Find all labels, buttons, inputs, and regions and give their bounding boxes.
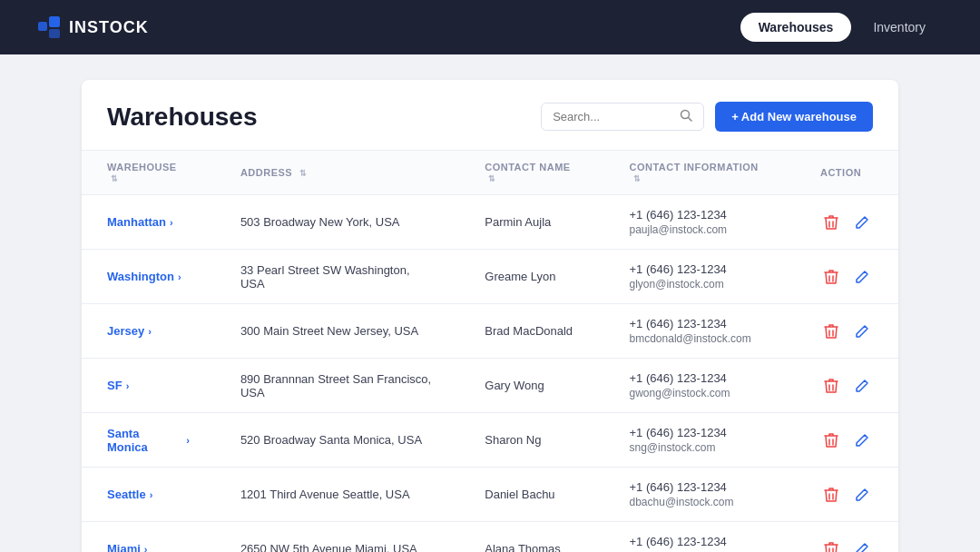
warehouse-link-miami[interactable]: Miami › [107, 542, 190, 552]
delete-button-santa-monica[interactable] [820, 429, 842, 452]
cell-address-jersey: 300 Main Street New Jersey, USA [215, 304, 459, 359]
email-manhattan: paujla@instock.com [630, 223, 769, 236]
delete-button-miami[interactable] [820, 537, 842, 553]
cell-contact-name-manhattan: Parmin Aujla [459, 195, 603, 250]
cell-contact-info-sf: +1 (646) 123-1234 gwong@instock.com [604, 359, 795, 413]
table-wrapper: WAREHOUSE ⇅ ADDRESS ⇅ CONTACT NAME ⇅ C [82, 150, 898, 552]
page-title: Warehouses [107, 103, 257, 132]
page-card: Warehouses + Add New warehouse [82, 80, 898, 552]
cell-warehouse-sf: SF › [82, 359, 215, 413]
brand: INSTOCK [36, 15, 149, 40]
nav-warehouses[interactable]: Warehouses [740, 13, 852, 42]
cell-address-seattle: 1201 Third Avenue Seattle, USA [215, 468, 459, 522]
table-body: Manhattan › 503 Broadway New York, USA P… [82, 195, 898, 553]
brand-logo-icon [36, 15, 62, 40]
nav-inventory[interactable]: Inventory [855, 13, 944, 42]
phone-washington: +1 (646) 123-1234 [630, 262, 769, 276]
header-actions: + Add New warehouse [541, 102, 873, 132]
svg-rect-0 [38, 22, 47, 31]
phone-manhattan: +1 (646) 123-1234 [630, 208, 769, 222]
cell-action-seattle [795, 468, 898, 522]
col-contact-info: CONTACT INFORMATION ⇅ [604, 151, 795, 195]
delete-button-manhattan[interactable] [820, 211, 842, 234]
cell-contact-name-sf: Gary Wong [459, 359, 603, 413]
phone-seattle: +1 (646) 123-1234 [630, 480, 769, 494]
edit-button-washington[interactable] [851, 266, 873, 288]
search-box [541, 103, 704, 131]
table-header: WAREHOUSE ⇅ ADDRESS ⇅ CONTACT NAME ⇅ C [82, 151, 898, 195]
delete-button-washington[interactable] [820, 265, 842, 289]
warehouse-link-seattle[interactable]: Seattle › [107, 488, 190, 501]
delete-button-jersey[interactable] [820, 320, 842, 343]
sort-icon-contact-name[interactable]: ⇅ [488, 174, 496, 183]
delete-button-seattle[interactable] [820, 483, 842, 507]
table-row: Santa Monica › 520 Broadway Santa Monica… [82, 413, 898, 468]
add-warehouse-button[interactable]: + Add New warehouse [715, 102, 873, 132]
cell-warehouse-jersey: Jersey › [82, 304, 215, 359]
sort-icon-contact-info[interactable]: ⇅ [633, 174, 642, 183]
cell-contact-name-seattle: Daniel Bachu [459, 468, 603, 522]
cell-action-manhattan [795, 195, 898, 250]
warehouse-link-sf[interactable]: SF › [107, 379, 190, 392]
email-seattle: dbachu@instock.com [630, 496, 769, 508]
warehouse-link-santa-monica[interactable]: Santa Monica › [107, 427, 190, 454]
delete-button-sf[interactable] [820, 374, 842, 398]
edit-button-santa-monica[interactable] [851, 429, 873, 451]
chevron-right-icon: › [150, 489, 153, 500]
col-warehouse: WAREHOUSE ⇅ [82, 151, 215, 195]
table-row: Miami › 2650 NW 5th Avenue Miami, USA Al… [82, 522, 898, 553]
phone-jersey: +1 (646) 123-1234 [630, 317, 769, 330]
svg-rect-1 [49, 16, 60, 27]
chevron-right-icon: › [126, 380, 130, 391]
brand-name: INSTOCK [69, 18, 149, 37]
svg-line-4 [689, 118, 692, 122]
cell-action-santa-monica [795, 413, 898, 468]
edit-button-sf[interactable] [851, 375, 873, 397]
chevron-right-icon: › [144, 544, 148, 553]
col-action: ACTION [795, 151, 898, 195]
chevron-right-icon: › [170, 217, 173, 228]
table-row: Manhattan › 503 Broadway New York, USA P… [82, 195, 898, 250]
warehouse-link-washington[interactable]: Washington › [107, 270, 190, 283]
cell-warehouse-miami: Miami › [82, 522, 215, 553]
col-contact-name: CONTACT NAME ⇅ [459, 151, 603, 195]
sort-icon-address[interactable]: ⇅ [299, 169, 308, 178]
phone-sf: +1 (646) 123-1234 [630, 371, 769, 385]
email-washington: glyon@instock.com [630, 278, 769, 291]
edit-button-jersey[interactable] [851, 320, 873, 342]
edit-button-seattle[interactable] [851, 484, 873, 506]
nav-links: Warehouses Inventory [740, 13, 944, 42]
email-santa-monica: sng@instock.com [630, 441, 769, 454]
cell-contact-name-washington: Greame Lyon [459, 250, 603, 304]
table-row: Washington › 33 Pearl Street SW Washingt… [82, 250, 898, 304]
cell-warehouse-seattle: Seattle › [82, 468, 215, 522]
edit-button-miami[interactable] [851, 538, 873, 553]
main-content: Warehouses + Add New warehouse [0, 54, 980, 552]
cell-contact-info-seattle: +1 (646) 123-1234 dbachu@instock.com [604, 468, 795, 522]
cell-contact-info-manhattan: +1 (646) 123-1234 paujla@instock.com [604, 195, 795, 250]
search-icon [680, 109, 692, 124]
cell-contact-info-santa-monica: +1 (646) 123-1234 sng@instock.com [604, 413, 795, 468]
phone-santa-monica: +1 (646) 123-1234 [630, 426, 769, 439]
warehouse-link-manhattan[interactable]: Manhattan › [107, 215, 190, 229]
cell-contact-info-miami: +1 (646) 123-1234 athomas@instock.com [604, 522, 795, 553]
chevron-right-icon: › [186, 435, 190, 446]
sort-icon-warehouse[interactable]: ⇅ [111, 174, 119, 183]
cell-address-sf: 890 Brannnan Street San Francisco, USA [215, 359, 459, 413]
cell-warehouse-manhattan: Manhattan › [82, 195, 215, 250]
cell-contact-name-miami: Alana Thomas [459, 522, 603, 553]
edit-button-manhattan[interactable] [851, 212, 873, 233]
table-row: SF › 890 Brannnan Street San Francisco, … [82, 359, 898, 413]
cell-address-miami: 2650 NW 5th Avenue Miami, USA [215, 522, 459, 553]
cell-warehouse-washington: Washington › [82, 250, 215, 304]
email-jersey: bmcdonald@instock.com [630, 332, 769, 345]
cell-action-miami [795, 522, 898, 553]
chevron-right-icon: › [148, 326, 152, 337]
search-input[interactable] [553, 110, 672, 123]
table-row: Jersey › 300 Main Street New Jersey, USA… [82, 304, 898, 359]
cell-contact-name-jersey: Brad MacDonald [459, 304, 603, 359]
cell-address-manhattan: 503 Broadway New York, USA [215, 195, 459, 250]
cell-warehouse-santa-monica: Santa Monica › [82, 413, 215, 468]
warehouse-link-jersey[interactable]: Jersey › [107, 324, 190, 338]
cell-contact-info-jersey: +1 (646) 123-1234 bmcdonald@instock.com [604, 304, 795, 359]
